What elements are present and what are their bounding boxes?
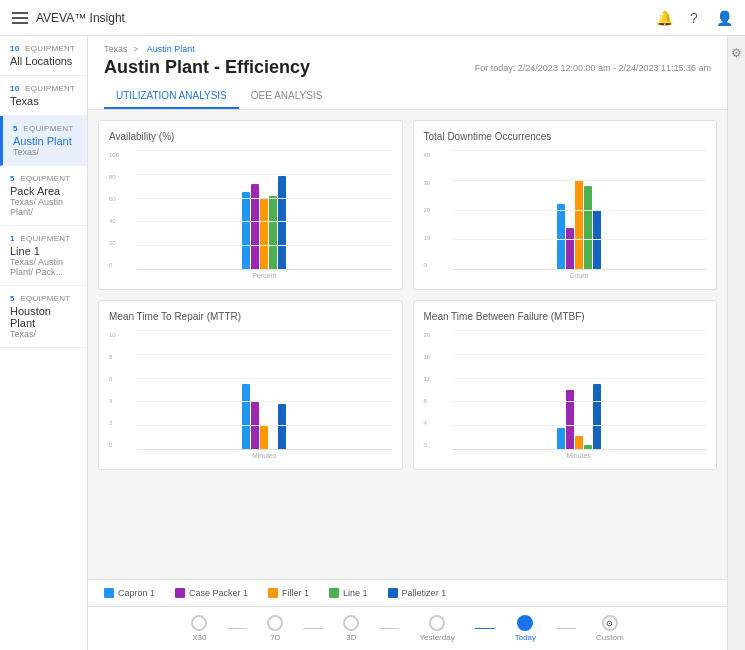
sidebar-item-texas[interactable]: 10 EQUIPMENT Texas <box>0 76 87 116</box>
bar-casepacker1[interactable] <box>566 390 574 450</box>
chart-downtime-title: Total Downtime Occurrences <box>424 131 707 142</box>
sidebar-item-sub: Texas/ Austin Plant/ <box>10 197 77 217</box>
timeline-connector <box>556 628 576 629</box>
bar-palletizer1[interactable] <box>278 176 286 270</box>
timeline-label-custom: Custom <box>596 633 624 642</box>
sidebar-item-houston-plant[interactable]: 5 EQUIPMENT Houston Plant Texas/ <box>0 286 87 348</box>
sidebar-item-label: Houston Plant <box>10 305 77 329</box>
timeline-circle-today <box>517 615 533 631</box>
timeline-yesterday[interactable]: Yesterday <box>419 615 454 642</box>
sidebar-equipment-count: 1 EQUIPMENT <box>10 234 77 243</box>
timeline-circle-3d <box>343 615 359 631</box>
x-axis-label: Count <box>424 272 707 279</box>
timeline-3d[interactable]: 3D <box>343 615 359 642</box>
mtbf-bar-chart: 20 16 12 8 4 0 <box>424 330 707 450</box>
legend-item-casepacker1: Case Packer 1 <box>175 588 248 598</box>
timeline-7d[interactable]: 7D <box>267 615 283 642</box>
bar-filler1[interactable] <box>260 198 268 270</box>
breadcrumb-austin-plant: Austin Plant <box>147 44 195 54</box>
timeline-label-3d: 3D <box>346 633 356 642</box>
timeline-circle-7d <box>267 615 283 631</box>
bar-casepacker1[interactable] <box>251 184 259 270</box>
bar-group-1 <box>137 176 392 270</box>
chart-mtbf: Mean Time Between Failure (MTBF) 20 16 1… <box>413 300 718 470</box>
charts-area: Availability (%) 100 80 60 40 20 0 <box>88 110 727 579</box>
hamburger-menu[interactable] <box>12 12 28 24</box>
sidebar-item-label: Pack Area <box>10 185 77 197</box>
help-icon[interactable]: ? <box>685 9 703 27</box>
bar-palletizer1[interactable] <box>593 210 601 270</box>
timeline-custom[interactable]: ⊙ Custom <box>596 615 624 642</box>
sidebar-item-line1[interactable]: 1 EQUIPMENT Line 1 Texas/ Austin Plant/ … <box>0 226 87 286</box>
legend-color-casepacker1 <box>175 588 185 598</box>
bar-line1[interactable] <box>584 445 592 450</box>
legend-label-line1: Line 1 <box>343 588 368 598</box>
timeline-circle-custom: ⊙ <box>602 615 618 631</box>
main-layout: 10 EQUIPMENT All Locations 10 EQUIPMENT … <box>0 36 745 650</box>
downtime-bar-chart: 40 30 20 10 0 <box>424 150 707 270</box>
bar-palletizer1[interactable] <box>278 404 286 450</box>
sidebar-item-sub: Texas/ <box>13 147 77 157</box>
bar-filler1[interactable] <box>260 426 268 450</box>
timeline-circle-yesterday <box>429 615 445 631</box>
bar-capron1[interactable] <box>242 192 250 270</box>
timeline-bar: X30 7D 3D Yesterday Today <box>88 606 727 650</box>
bar-palletizer1[interactable] <box>593 384 601 450</box>
sidebar-item-sub: Texas/ <box>10 329 77 339</box>
timeline-today[interactable]: Today <box>515 615 536 642</box>
tab-utilization-analysis[interactable]: UTILIZATION ANALYSIS <box>104 84 239 109</box>
sidebar-equipment-count: 10 EQUIPMENT <box>10 84 77 93</box>
x-axis-label: Percent <box>109 272 392 279</box>
tab-oee-analysis[interactable]: OEE ANALYSIS <box>239 84 335 109</box>
bar-group-4 <box>452 384 707 450</box>
sidebar-item-austin-plant[interactable]: 5 EQUIPMENT Austin Plant Texas/ <box>0 116 87 166</box>
chart-mttr: Mean Time To Repair (MTTR) 10 8 6 4 2 0 <box>98 300 403 470</box>
timeline-label-today: Today <box>515 633 536 642</box>
legend-item-capron1: Capron 1 <box>104 588 155 598</box>
tab-bar: UTILIZATION ANALYSIS OEE ANALYSIS <box>104 84 711 109</box>
chart-availability-title: Availability (%) <box>109 131 392 142</box>
timeline-connector <box>303 628 323 629</box>
user-icon[interactable]: 👤 <box>715 9 733 27</box>
date-range: For today: 2/24/2023 12:00:00 am - 2/24/… <box>475 63 711 73</box>
bell-icon[interactable]: 🔔 <box>655 9 673 27</box>
bar-line1[interactable] <box>269 196 277 270</box>
main-content: Texas > Austin Plant Austin Plant - Effi… <box>88 36 727 650</box>
timeline-label-yesterday: Yesterday <box>419 633 454 642</box>
legend-label-palletizer1: Palletizer 1 <box>402 588 447 598</box>
bar-group-3 <box>137 384 392 450</box>
breadcrumb-separator: > <box>133 44 141 54</box>
legend-item-filler1: Filler 1 <box>268 588 309 598</box>
sidebar-item-label: Line 1 <box>10 245 77 257</box>
top-navigation: AVEVA™ Insight 🔔 ? 👤 <box>0 0 745 36</box>
bar-line1[interactable] <box>584 186 592 270</box>
sidebar-item-all-locations[interactable]: 10 EQUIPMENT All Locations <box>0 36 87 76</box>
bar-casepacker1[interactable] <box>251 402 259 450</box>
availability-bar-chart: 100 80 60 40 20 0 <box>109 150 392 270</box>
sidebar: 10 EQUIPMENT All Locations 10 EQUIPMENT … <box>0 36 88 650</box>
bar-capron1[interactable] <box>242 384 250 450</box>
breadcrumb-texas[interactable]: Texas <box>104 44 128 54</box>
chart-availability: Availability (%) 100 80 60 40 20 0 <box>98 120 403 290</box>
timeline-circle-x30 <box>191 615 207 631</box>
legend-label-capron1: Capron 1 <box>118 588 155 598</box>
sidebar-item-sub: Texas/ Austin Plant/ Pack... <box>10 257 77 277</box>
brand-logo: AVEVA™ Insight <box>36 11 125 25</box>
bar-filler1[interactable] <box>575 180 583 270</box>
bar-group-2 <box>452 180 707 270</box>
settings-sidebar[interactable]: ⚙ <box>727 36 745 650</box>
bar-filler1[interactable] <box>575 436 583 450</box>
bar-casepacker1[interactable] <box>566 228 574 270</box>
gear-icon[interactable]: ⚙ <box>731 46 742 60</box>
x-axis-label: Minutes <box>109 452 392 459</box>
bar-capron1[interactable] <box>557 204 565 270</box>
timeline-x30[interactable]: X30 <box>191 615 207 642</box>
chart-mtbf-title: Mean Time Between Failure (MTBF) <box>424 311 707 322</box>
legend-color-palletizer1 <box>388 588 398 598</box>
sidebar-equipment-count: 5 EQUIPMENT <box>10 174 77 183</box>
sidebar-equipment-count: 5 EQUIPMENT <box>13 124 77 133</box>
timeline-connector-active <box>475 628 495 629</box>
bar-capron1[interactable] <box>557 428 565 450</box>
sidebar-item-pack-area[interactable]: 5 EQUIPMENT Pack Area Texas/ Austin Plan… <box>0 166 87 226</box>
x-axis-label: Minutes <box>424 452 707 459</box>
